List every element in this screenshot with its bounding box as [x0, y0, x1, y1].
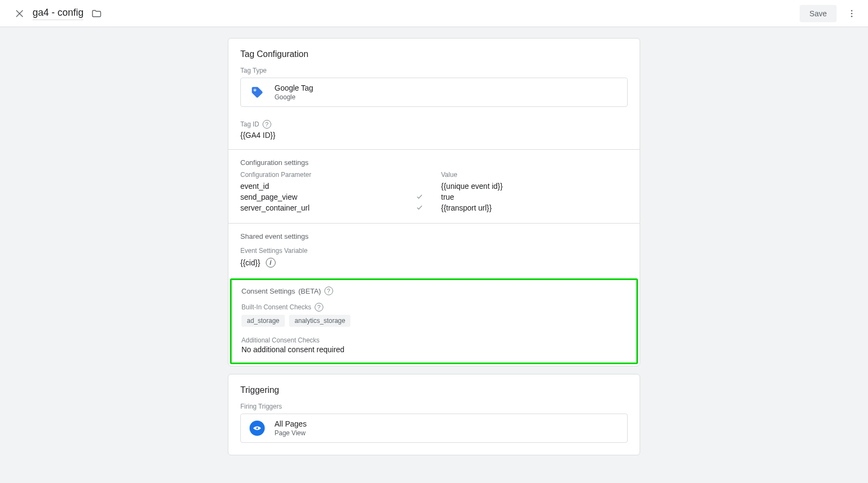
tag-configuration-card[interactable]: Tag Configuration Tag Type G Google Tag …	[228, 38, 640, 366]
col-header-param: Configuration Parameter	[240, 171, 398, 179]
help-icon[interactable]: ?	[324, 287, 333, 295]
trigger-item[interactable]: All Pages Page View	[240, 414, 628, 443]
tag-type-label: Tag Type	[228, 67, 640, 74]
save-button[interactable]: Save	[800, 5, 837, 22]
shared-event-settings-section: Shared event settings Event Settings Var…	[228, 224, 640, 270]
col-header-value: Value	[441, 171, 628, 179]
consent-chips: ad_storage analytics_storage	[241, 315, 627, 327]
svg-text:G: G	[254, 89, 256, 91]
check-icon	[398, 193, 441, 201]
consent-settings-heading: Consent Settings	[241, 287, 295, 295]
table-row: send_page_view true	[240, 192, 628, 202]
firing-triggers-label: Firing Triggers	[228, 403, 640, 410]
consent-chip-ad-storage: ad_storage	[241, 315, 285, 327]
svg-point-3	[851, 12, 853, 14]
cfg-row-0-param: event_id	[240, 182, 398, 190]
triggering-title: Triggering	[228, 374, 640, 403]
triggering-card[interactable]: Triggering Firing Triggers All Pages Pag…	[228, 374, 640, 455]
help-icon[interactable]: ?	[315, 303, 323, 312]
cfg-row-1-value: true	[441, 193, 628, 201]
tag-type-subtitle: Google	[275, 93, 313, 101]
cfg-row-2-param: server_container_url	[240, 204, 398, 212]
svg-point-4	[851, 15, 853, 17]
cfg-row-0-value: {{unique event id}}	[441, 182, 628, 190]
configuration-settings-heading: Configuration settings	[240, 158, 628, 167]
trigger-subtitle: Page View	[275, 429, 307, 437]
event-settings-variable-value: {{cid}}	[240, 258, 260, 267]
additez-consent-label: Additional Consent Checks	[241, 336, 627, 344]
event-settings-variable-label: Event Settings Variable	[240, 247, 628, 255]
shared-event-heading: Shared event settings	[240, 232, 628, 240]
tag-configuration-title: Tag Configuration	[228, 39, 640, 67]
tag-id-value: {{GA4 ID}}	[240, 131, 628, 139]
top-bar: ga4 - config Save	[0, 0, 868, 27]
info-icon[interactable]: i	[266, 258, 276, 268]
table-row: server_container_url {{transport url}}	[240, 202, 628, 213]
more-menu-icon[interactable]	[844, 6, 859, 21]
help-icon[interactable]: ?	[263, 120, 271, 129]
google-tag-icon: G	[248, 84, 266, 101]
table-row: event_id {{unique event id}}	[240, 181, 628, 192]
folder-icon[interactable]	[89, 6, 104, 21]
svg-point-7	[250, 421, 265, 436]
additional-consent-text: No additional consent required	[241, 345, 627, 354]
tag-id-label: Tag ID	[240, 120, 259, 128]
consent-settings-section: Consent Settings (BETA) ? Built-In Conse…	[230, 278, 638, 364]
trigger-title: All Pages	[275, 420, 307, 428]
consent-chip-analytics-storage: analytics_storage	[289, 315, 350, 327]
tag-type-selector[interactable]: G Google Tag Google	[240, 78, 628, 107]
workspace: Tag Configuration Tag Type G Google Tag …	[0, 27, 868, 483]
svg-point-2	[851, 10, 853, 11]
cfg-row-0-check	[398, 182, 441, 190]
close-icon[interactable]	[11, 5, 28, 22]
check-icon	[398, 204, 441, 212]
pageview-icon	[248, 420, 266, 437]
tag-type-title: Google Tag	[275, 84, 313, 92]
tag-title-input[interactable]: ga4 - config	[33, 7, 84, 20]
beta-badge: (BETA)	[298, 287, 321, 295]
configuration-settings-section: Configuration settings Configuration Par…	[228, 150, 640, 213]
tag-id-field: Tag ID ? {{GA4 ID}}	[228, 116, 640, 139]
builtin-consent-label: Built-In Consent Checks	[241, 303, 311, 311]
cfg-row-1-param: send_page_view	[240, 193, 398, 201]
cfg-row-2-value: {{transport url}}	[441, 204, 628, 212]
configuration-settings-table: Configuration Parameter Value event_id {…	[240, 171, 628, 213]
